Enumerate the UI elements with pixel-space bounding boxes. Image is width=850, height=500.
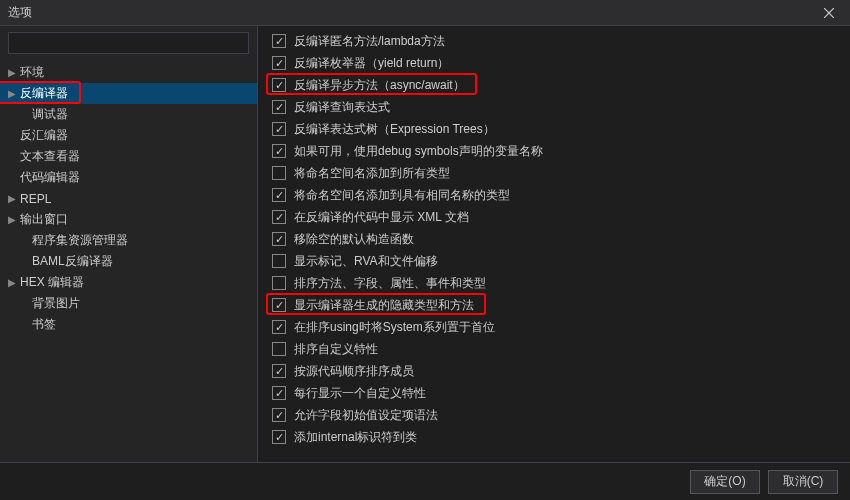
option-row: 允许字段初始值设定项语法	[262, 404, 850, 426]
option-checkbox[interactable]	[272, 210, 286, 224]
sidebar-item-label: 程序集资源管理器	[32, 232, 128, 249]
option-row: 在排序using时将System系列置于首位	[262, 316, 850, 338]
option-checkbox[interactable]	[272, 408, 286, 422]
sidebar-item[interactable]: ▶REPL	[0, 188, 257, 209]
option-checkbox[interactable]	[272, 78, 286, 92]
search-input[interactable]	[9, 33, 248, 53]
option-label: 添加internal标识符到类	[294, 429, 417, 446]
sidebar: ▶环境▶反编译器调试器反汇编器文本查看器代码编辑器▶REPL▶输出窗口程序集资源…	[0, 26, 258, 462]
option-label: 在排序using时将System系列置于首位	[294, 319, 495, 336]
option-row: 反编译匿名方法/lambda方法	[262, 30, 850, 52]
sidebar-item[interactable]: ▶反编译器	[0, 83, 257, 104]
option-label: 如果可用，使用debug symbols声明的变量名称	[294, 143, 543, 160]
sidebar-item[interactable]: 反汇编器	[0, 125, 257, 146]
option-row: 显示标记、RVA和文件偏移	[262, 250, 850, 272]
option-checkbox[interactable]	[272, 364, 286, 378]
option-row: 反编译表达式树（Expression Trees）	[262, 118, 850, 140]
sidebar-item-label: 输出窗口	[20, 211, 68, 228]
option-row: 按源代码顺序排序成员	[262, 360, 850, 382]
sidebar-item-label: 调试器	[32, 106, 68, 123]
option-label: 允许字段初始值设定项语法	[294, 407, 438, 424]
option-label: 反编译枚举器（yield return）	[294, 55, 449, 72]
option-row: 移除空的默认构造函数	[262, 228, 850, 250]
option-checkbox[interactable]	[272, 144, 286, 158]
sidebar-item-label: 环境	[20, 64, 44, 81]
option-label: 排序方法、字段、属性、事件和类型	[294, 275, 486, 292]
option-label: 将命名空间名添加到具有相同名称的类型	[294, 187, 510, 204]
sidebar-item-label: REPL	[20, 192, 51, 206]
sidebar-item[interactable]: 程序集资源管理器	[0, 230, 257, 251]
footer: 确定(O) 取消(C)	[0, 462, 850, 500]
option-label: 反编译查询表达式	[294, 99, 390, 116]
option-row: 排序方法、字段、属性、事件和类型	[262, 272, 850, 294]
option-row: 每行显示一个自定义特性	[262, 382, 850, 404]
option-label: 在反编译的代码中显示 XML 文档	[294, 209, 469, 226]
close-button[interactable]	[816, 3, 842, 23]
ok-button[interactable]: 确定(O)	[690, 470, 760, 494]
option-checkbox[interactable]	[272, 34, 286, 48]
main-content: ▶环境▶反编译器调试器反汇编器文本查看器代码编辑器▶REPL▶输出窗口程序集资源…	[0, 26, 850, 462]
option-checkbox[interactable]	[272, 430, 286, 444]
option-label: 反编译匿名方法/lambda方法	[294, 33, 445, 50]
option-checkbox[interactable]	[272, 232, 286, 246]
chevron-right-icon: ▶	[8, 193, 20, 204]
option-checkbox[interactable]	[272, 320, 286, 334]
option-label: 排序自定义特性	[294, 341, 378, 358]
window-title: 选项	[8, 4, 816, 21]
search-box[interactable]	[8, 32, 249, 54]
sidebar-item[interactable]: 代码编辑器	[0, 167, 257, 188]
option-row: 反编译查询表达式	[262, 96, 850, 118]
option-checkbox[interactable]	[272, 188, 286, 202]
chevron-right-icon: ▶	[8, 277, 20, 288]
option-label: 将命名空间名添加到所有类型	[294, 165, 450, 182]
titlebar: 选项	[0, 0, 850, 26]
sidebar-item-label: HEX 编辑器	[20, 274, 84, 291]
sidebar-item[interactable]: 背景图片	[0, 293, 257, 314]
sidebar-item-label: 文本查看器	[20, 148, 80, 165]
option-row: 添加internal标识符到类	[262, 426, 850, 448]
sidebar-item-label: 代码编辑器	[20, 169, 80, 186]
option-label: 反编译异步方法（async/await）	[294, 77, 465, 94]
close-icon	[824, 8, 834, 18]
sidebar-item[interactable]: 书签	[0, 314, 257, 335]
sidebar-item[interactable]: ▶HEX 编辑器	[0, 272, 257, 293]
option-row: 将命名空间名添加到所有类型	[262, 162, 850, 184]
cancel-button[interactable]: 取消(C)	[768, 470, 838, 494]
chevron-right-icon: ▶	[8, 214, 20, 225]
sidebar-item-label: 书签	[32, 316, 56, 333]
option-label: 显示编译器生成的隐藏类型和方法	[294, 297, 474, 314]
option-row: 反编译枚举器（yield return）	[262, 52, 850, 74]
sidebar-item[interactable]: BAML反编译器	[0, 251, 257, 272]
chevron-right-icon: ▶	[8, 67, 20, 78]
sidebar-tree: ▶环境▶反编译器调试器反汇编器文本查看器代码编辑器▶REPL▶输出窗口程序集资源…	[0, 60, 257, 462]
sidebar-item[interactable]: 调试器	[0, 104, 257, 125]
option-checkbox[interactable]	[272, 166, 286, 180]
option-row: 反编译异步方法（async/await）	[262, 74, 850, 96]
option-label: 反编译表达式树（Expression Trees）	[294, 121, 495, 138]
option-checkbox[interactable]	[272, 276, 286, 290]
option-row: 排序自定义特性	[262, 338, 850, 360]
sidebar-item[interactable]: ▶环境	[0, 62, 257, 83]
sidebar-item[interactable]: ▶输出窗口	[0, 209, 257, 230]
option-checkbox[interactable]	[272, 342, 286, 356]
option-checkbox[interactable]	[272, 386, 286, 400]
option-checkbox[interactable]	[272, 56, 286, 70]
sidebar-item-label: BAML反编译器	[32, 253, 113, 270]
option-checkbox[interactable]	[272, 122, 286, 136]
option-row: 如果可用，使用debug symbols声明的变量名称	[262, 140, 850, 162]
option-label: 每行显示一个自定义特性	[294, 385, 426, 402]
chevron-right-icon: ▶	[8, 88, 20, 99]
option-row: 在反编译的代码中显示 XML 文档	[262, 206, 850, 228]
option-checkbox[interactable]	[272, 100, 286, 114]
option-label: 显示标记、RVA和文件偏移	[294, 253, 438, 270]
option-checkbox[interactable]	[272, 254, 286, 268]
sidebar-item[interactable]: 文本查看器	[0, 146, 257, 167]
sidebar-item-label: 反编译器	[20, 85, 68, 102]
sidebar-item-label: 反汇编器	[20, 127, 68, 144]
option-row: 显示编译器生成的隐藏类型和方法	[262, 294, 850, 316]
option-row: 将命名空间名添加到具有相同名称的类型	[262, 184, 850, 206]
sidebar-item-label: 背景图片	[32, 295, 80, 312]
options-panel: 反编译匿名方法/lambda方法反编译枚举器（yield return）反编译异…	[258, 26, 850, 462]
option-checkbox[interactable]	[272, 298, 286, 312]
option-label: 移除空的默认构造函数	[294, 231, 414, 248]
